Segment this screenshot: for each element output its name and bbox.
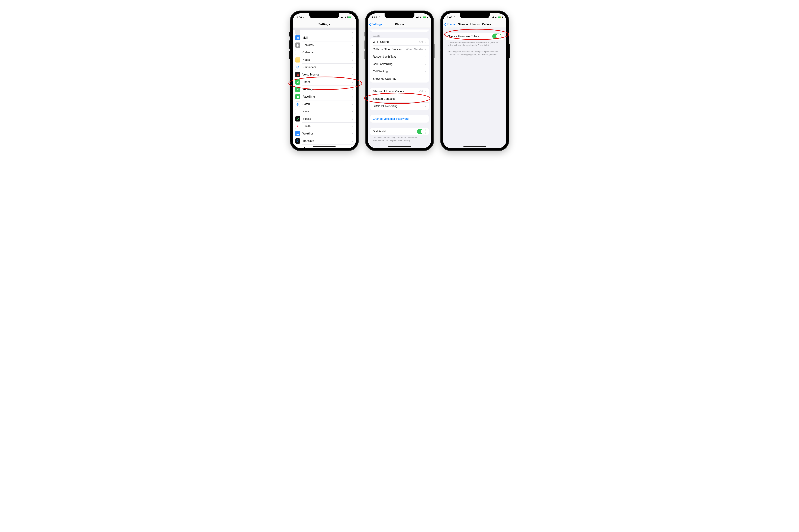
row-label: Call Waiting (373, 70, 424, 73)
list-row-stocks[interactable]: ⬈ Stocks › (293, 115, 356, 122)
row-wifi-calling[interactable]: Wi-Fi Calling Off › (370, 38, 429, 46)
volume-down-button (440, 51, 440, 59)
group-silence: Silence Unknown Callers (446, 33, 504, 40)
back-button[interactable]: Settings (369, 23, 382, 26)
chevron-right-icon: › (351, 43, 353, 47)
power-button (434, 44, 435, 58)
row-caller-id[interactable]: Show My Caller ID › (370, 75, 429, 82)
silence-content[interactable]: Silence Unknown Callers Calls from unkno… (443, 28, 506, 148)
silence-note-1: Calls from unknown numbers will be silen… (443, 40, 506, 47)
list-row-health[interactable]: ♥ Health › (293, 122, 356, 130)
list-row-voicememos[interactable]: ☲ Voice Memos › (293, 71, 356, 78)
wifi-icon (344, 16, 347, 18)
silence-note-2: Incoming calls will continue to ring fro… (443, 49, 506, 56)
list-row-calendar[interactable]: ▦ Calendar › (293, 49, 356, 56)
volume-down-button (364, 51, 365, 59)
screen: 1:06 ⚡ Settings Phone CALLS (368, 13, 431, 148)
row-detail: Off (419, 90, 423, 93)
spacer (368, 110, 431, 115)
cellular-signal-icon (341, 16, 343, 18)
chevron-left-icon (444, 23, 446, 26)
list-row-news[interactable]: N News › (293, 108, 356, 115)
chevron-right-icon: › (351, 65, 353, 69)
home-indicator[interactable] (388, 147, 411, 147)
list-row-notes[interactable]: Notes › (293, 56, 356, 63)
row-blocked-contacts[interactable]: Blocked Contacts › (370, 95, 429, 102)
list-row-phone[interactable]: ✆ Phone › (293, 78, 356, 86)
row-other-devices[interactable]: Calls on Other Devices When Nearby › (370, 46, 429, 53)
row-label: Blocked Contacts (373, 97, 424, 100)
power-button (359, 44, 359, 58)
nav-bar: Settings (293, 21, 356, 28)
chevron-right-icon: › (424, 55, 426, 59)
chevron-right-icon: › (351, 87, 353, 92)
partial-group-bottom (370, 30, 429, 32)
silence-unknown-toggle[interactable] (492, 34, 502, 39)
row-label: Wi-Fi Calling (373, 40, 419, 43)
list-row-reminders[interactable]: ⦿ Reminders › (293, 63, 356, 71)
chevron-right-icon: › (424, 89, 426, 94)
list-row-facetime[interactable]: ▣ FaceTime › (293, 93, 356, 100)
home-indicator[interactable] (313, 147, 336, 147)
status-time: 1:06 (447, 16, 452, 19)
mute-switch (289, 32, 290, 37)
row-label: Dial Assist (373, 130, 417, 133)
chevron-right-icon: › (351, 124, 353, 128)
row-change-voicemail-password[interactable]: Change Voicemail Password (370, 115, 429, 122)
messages-icon: ✉ (295, 87, 301, 92)
row-label: Phone (303, 80, 351, 83)
group-misc: Silence Unknown Callers Off › Blocked Co… (370, 88, 429, 110)
home-indicator[interactable] (463, 147, 486, 147)
chevron-right-icon: › (424, 69, 426, 74)
row-label: Change Voicemail Password (373, 117, 426, 120)
phone-settings-scroll[interactable]: CALLS Wi-Fi Calling Off › Calls on Other… (368, 28, 431, 148)
row-sms-reporting[interactable]: SMS/Call Reporting › (370, 102, 429, 110)
chevron-right-icon: › (351, 102, 353, 106)
chevron-right-icon: › (424, 104, 426, 108)
back-button[interactable]: Phone (444, 23, 455, 26)
reminders-icon: ⦿ (295, 64, 301, 70)
row-label: Call Forwarding (373, 62, 424, 66)
battery-icon: ⚡ (347, 16, 352, 18)
phone-mockup-silence: 1:06 ⚡ Phone Silence Unknown Callers (440, 11, 509, 151)
back-label: Settings (371, 23, 382, 26)
list-row-messages[interactable]: ✉ Messages › (293, 86, 356, 93)
dial-assist-toggle[interactable] (417, 129, 426, 134)
list-row-mail[interactable]: ✉ Mail › (293, 34, 356, 41)
row-label: Silence Unknown Callers (448, 35, 492, 38)
page-title: Phone (395, 23, 404, 26)
list-row-translate[interactable]: 文 Translate › (293, 137, 356, 145)
location-icon (453, 16, 455, 18)
weather-icon: ☁ (295, 131, 301, 136)
calendar-icon: ▦ (295, 50, 301, 55)
chevron-right-icon: › (351, 109, 353, 114)
row-silence-unknown[interactable]: Silence Unknown Callers Off › (370, 88, 429, 95)
contacts-icon: ◉ (295, 42, 301, 48)
list-row-weather[interactable]: ☁ Weather › (293, 130, 356, 137)
chevron-right-icon: › (351, 95, 353, 99)
group-voicemail: Change Voicemail Password (370, 115, 429, 122)
chevron-right-icon: › (351, 117, 353, 121)
row-label: Reminders (303, 66, 351, 69)
mute-switch (364, 32, 365, 37)
row-label: FaceTime (303, 95, 351, 98)
chevron-right-icon: › (424, 62, 426, 66)
volume-down-button (289, 51, 290, 59)
chevron-right-icon: › (351, 30, 353, 34)
row-call-waiting[interactable]: Call Waiting › (370, 68, 429, 75)
row-call-forwarding[interactable]: Call Forwarding › (370, 60, 429, 68)
screen: 1:06 ⚡ Settings › (293, 13, 356, 148)
list-row-contacts[interactable]: ◉ Contacts › (293, 41, 356, 49)
settings-list[interactable]: › ✉ Mail › ◉ Contacts › ▦ Calendar › (293, 28, 356, 148)
row-silence-toggle[interactable]: Silence Unknown Callers (446, 33, 504, 40)
list-row-partial[interactable]: › (293, 30, 356, 34)
row-label: Notes (303, 58, 351, 61)
row-respond-text[interactable]: Respond with Text › (370, 53, 429, 60)
row-dial-assist[interactable]: Dial Assist (370, 128, 429, 135)
chevron-right-icon: › (351, 51, 353, 55)
nav-bar: Phone Silence Unknown Callers (443, 21, 506, 28)
row-label: Show My Caller ID (373, 77, 424, 80)
chevron-right-icon: › (424, 97, 426, 101)
list-row-safari[interactable]: ◎ Safari › (293, 100, 356, 108)
row-label: Respond with Text (373, 55, 424, 58)
